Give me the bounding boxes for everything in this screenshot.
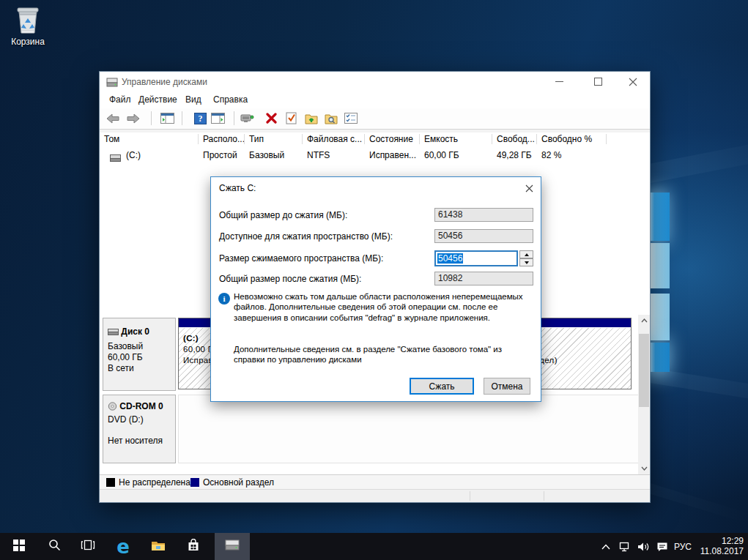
menubar: Файл Действие Вид Справка (100, 92, 650, 108)
menu-file[interactable]: Файл (109, 94, 131, 105)
cdrom-name: CD-ROM 0 (119, 401, 163, 411)
cell-type: Базовый (249, 150, 284, 160)
wallpaper-windows-logo-pane (648, 294, 670, 340)
selected-input-text: 50456 (437, 253, 463, 264)
cancel-button[interactable]: Отмена (484, 378, 530, 395)
disk-management-taskbar-button[interactable] (215, 533, 250, 560)
disk0-name-line: Диск 0 (108, 326, 149, 337)
store-icon (187, 539, 200, 555)
legend-unallocated-label: Не распределена (119, 477, 190, 488)
menu-view[interactable]: Вид (185, 94, 201, 105)
disk-management-icon (224, 539, 240, 554)
spinner-down-icon[interactable] (519, 258, 533, 266)
toolbar-separator (234, 111, 234, 125)
recycle-bin-label: Корзина (0, 37, 56, 47)
taskbar-clock[interactable]: 12:29 11.08.2017 (692, 536, 744, 556)
wallpaper-windows-logo-pane (648, 243, 670, 288)
toolbar-separator (182, 111, 182, 125)
delete-icon[interactable] (264, 111, 279, 126)
file-explorer-button[interactable] (141, 533, 176, 560)
cdrom-name-line: CD-ROM 0 (108, 401, 163, 411)
column-header-free[interactable]: Свобод... (492, 134, 537, 144)
toolbar: ? (100, 108, 650, 130)
cell-layout: Простой (203, 150, 237, 160)
help-icon[interactable]: ? (193, 111, 208, 126)
dialog-info-text: Невозможно сжать том дальше области расп… (234, 291, 530, 323)
cdrom-panel[interactable]: CD-ROM 0 DVD (D:) Нет носителя (103, 395, 176, 463)
shrink-amount-spinner (519, 250, 533, 266)
graph-scrollbar[interactable] (638, 315, 650, 474)
scroll-up-icon[interactable] (638, 315, 650, 326)
edge-button[interactable]: e (105, 533, 141, 560)
cd-icon (108, 401, 119, 411)
column-header-layout[interactable]: Располо... (199, 134, 245, 144)
column-header-type[interactable]: Тип (245, 134, 303, 144)
field-label-total-after: Общий размер после сжатия (МБ): (219, 274, 361, 284)
cell-free-pct: 82 % (541, 150, 561, 160)
scroll-down-icon[interactable] (638, 463, 650, 474)
language-indicator[interactable]: РУС (671, 533, 695, 560)
menu-help[interactable]: Справка (213, 94, 248, 105)
close-button[interactable] (616, 72, 649, 92)
status-bar (100, 489, 650, 502)
column-header-free-pct[interactable]: Свободно % (537, 134, 607, 144)
windows-logo-icon (13, 540, 25, 554)
window-titlebar[interactable]: Управление дисками (100, 72, 650, 92)
checklist-icon[interactable] (343, 111, 358, 126)
field-label-shrink-amount: Размер сжимаемого пространства (МБ): (219, 253, 383, 264)
tray-chevron-icon[interactable] (598, 533, 614, 560)
cell-status: Исправен... (369, 150, 416, 160)
menu-action[interactable]: Действие (138, 94, 177, 105)
shrink-amount-input[interactable]: 50456 (434, 250, 518, 266)
info-icon: i (218, 293, 230, 305)
volume-icon[interactable] (634, 533, 652, 560)
field-label-total-before: Общий размер до сжатия (МБ): (219, 210, 347, 220)
recycle-bin-shortcut[interactable]: Корзина (0, 4, 56, 47)
column-header-capacity[interactable]: Емкость (420, 134, 492, 144)
action-pane-icon[interactable] (210, 111, 226, 126)
recycle-bin-icon (0, 4, 56, 35)
column-header-status[interactable]: Состояние (365, 134, 420, 144)
dialog-title: Сжать C: (219, 183, 256, 193)
cdrom-empty-region[interactable] (178, 395, 640, 463)
back-icon[interactable] (105, 111, 120, 126)
shrink-button[interactable]: Сжать (410, 378, 474, 395)
edge-icon: e (116, 537, 130, 556)
task-view-button[interactable] (70, 533, 105, 560)
field-total-after: 10982 (434, 272, 533, 285)
search-icon (48, 539, 61, 554)
disk0-panel[interactable]: Диск 0 Базовый 60,00 ГБ В сети (103, 318, 176, 391)
minimize-button[interactable] (543, 72, 576, 92)
cell-fs: NTFS (307, 150, 330, 160)
field-label-available: Доступное для сжатия пространство (МБ): (219, 231, 393, 242)
clock-time: 12:29 (692, 536, 744, 546)
disk0-name: Диск 0 (121, 326, 149, 337)
store-button[interactable] (176, 533, 211, 560)
folder-search-icon[interactable] (323, 111, 338, 126)
window-title: Управление дисками (122, 77, 207, 87)
remote-view-icon[interactable] (240, 111, 255, 126)
cdrom-row: CD-ROM 0 DVD (D:) Нет носителя (103, 395, 640, 463)
volume-table-header: Том Располо... Тип Файловая с... Состоян… (100, 132, 650, 146)
cdrom-status: Нет носителя (108, 436, 163, 446)
column-header-fs[interactable]: Файловая с... (303, 134, 365, 144)
disk-icon (108, 326, 119, 337)
maximize-button[interactable] (582, 72, 615, 92)
start-button[interactable] (1, 533, 37, 560)
scrollbar-thumb[interactable] (639, 334, 649, 407)
column-header-volume[interactable]: Том (100, 134, 199, 144)
console-tree-icon[interactable] (160, 111, 175, 126)
clock-date: 11.08.2017 (692, 546, 744, 556)
check-document-icon[interactable] (284, 111, 299, 126)
search-button[interactable] (37, 533, 72, 560)
spinner-up-icon[interactable] (519, 250, 533, 258)
dialog-close-icon[interactable] (522, 182, 536, 195)
forward-icon[interactable] (125, 111, 141, 126)
cell-capacity: 60,00 ГБ (424, 150, 459, 160)
folder-upload-icon[interactable] (303, 111, 319, 126)
cell-free: 49,28 ГБ (497, 150, 532, 160)
network-icon[interactable] (615, 533, 633, 560)
action-center-icon[interactable] (653, 533, 671, 560)
file-explorer-icon (151, 540, 166, 554)
legend-bar: Не распределена Основной раздел (100, 474, 650, 490)
